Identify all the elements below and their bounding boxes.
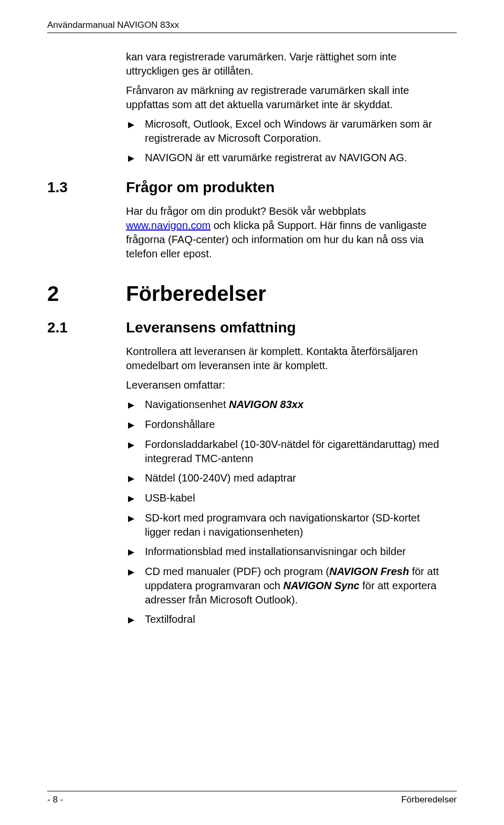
list-item: ► NAVIGON är ett varumärke registrerat a… <box>126 151 446 165</box>
section-heading-2-1: 2.1 Leveransens omfattning <box>47 319 457 336</box>
bullet-text: USB-kabel <box>145 491 446 506</box>
bullet-text: Textilfodral <box>145 612 446 627</box>
chapter-heading-2: 2 Förberedelser <box>47 282 457 306</box>
section-title: Frågor om produkten <box>126 179 275 196</box>
intro-bullets: ► Microsoft, Outlook, Excel och Windows … <box>126 117 446 165</box>
page-footer: - 8 - Förberedelser <box>47 791 457 805</box>
bullet-text: Microsoft, Outlook, Excel och Windows är… <box>145 117 446 145</box>
triangle-marker-icon: ► <box>126 151 145 165</box>
page-header: Användarmanual NAVIGON 83xx <box>47 20 457 33</box>
triangle-marker-icon: ► <box>126 398 145 412</box>
bullet-text: Fordonshållare <box>145 417 446 432</box>
triangle-marker-icon: ► <box>126 417 145 432</box>
list-item: ► CD med manualer (PDF) och program (NAV… <box>126 565 446 607</box>
page-number: - 8 - <box>47 795 63 805</box>
list-item: ► USB-kabel <box>126 491 446 506</box>
section-number: 2.1 <box>47 319 126 336</box>
bullet-text: Informationsblad med installationsanvisn… <box>145 545 446 559</box>
bullet-text: Navigationsenhet NAVIGON 83xx <box>145 398 446 412</box>
list-item: ► Informationsblad med installationsanvi… <box>126 545 446 559</box>
section-1-3-paragraph: Har du frågor om din produkt? Besök vår … <box>126 204 446 261</box>
text-part: Navigationsenhet <box>145 399 229 410</box>
section-title: Leveransens omfattning <box>126 319 296 336</box>
bullet-text: Nätdel (100-240V) med adaptrar <box>145 471 446 486</box>
triangle-marker-icon: ► <box>126 117 145 145</box>
section-2-1-paragraph-2: Leveransen omfattar: <box>126 378 446 392</box>
navigon-link[interactable]: www.navigon.com <box>126 220 211 231</box>
section-2-1-paragraph-1: Kontrollera att leveransen är komplett. … <box>126 344 446 373</box>
footer-section-name: Förberedelser <box>401 795 457 805</box>
list-item: ► SD-kort med programvara och navigation… <box>126 511 446 539</box>
list-item: ► Fordonshållare <box>126 417 446 432</box>
triangle-marker-icon: ► <box>126 437 145 466</box>
text-part: CD med manualer (PDF) och program ( <box>145 566 329 577</box>
triangle-marker-icon: ► <box>126 565 145 607</box>
triangle-marker-icon: ► <box>126 511 145 539</box>
product-name: NAVIGON 83xx <box>229 399 303 410</box>
list-item: ► Microsoft, Outlook, Excel och Windows … <box>126 117 446 145</box>
list-item: ► Navigationsenhet NAVIGON 83xx <box>126 398 446 412</box>
page: Användarmanual NAVIGON 83xx kan vara reg… <box>0 0 504 825</box>
section-heading-1-3: 1.3 Frågor om produkten <box>47 179 457 196</box>
bullet-text: CD med manualer (PDF) och program (NAVIG… <box>145 565 446 607</box>
bullet-text: SD-kort med programvara och navigationsk… <box>145 511 446 539</box>
triangle-marker-icon: ► <box>126 491 145 506</box>
triangle-marker-icon: ► <box>126 545 145 559</box>
triangle-marker-icon: ► <box>126 471 145 486</box>
text-before-link: Har du frågor om din produkt? Besök vår … <box>126 205 366 217</box>
content: kan vara registrerade varumärken. Varje … <box>47 50 457 775</box>
product-name: NAVIGON Fresh <box>329 566 409 577</box>
list-item: ► Nätdel (100-240V) med adaptrar <box>126 471 446 486</box>
list-item: ► Fordonsladdarkabel (10-30V-nätdel för … <box>126 437 446 466</box>
intro-paragraph-2: Frånvaron av märkning av registrerade va… <box>126 83 446 112</box>
bullet-text: Fordonsladdarkabel (10-30V-nätdel för ci… <box>145 437 446 466</box>
bullet-text: NAVIGON är ett varumärke registrerat av … <box>145 151 446 165</box>
list-item: ► Textilfodral <box>126 612 446 627</box>
chapter-title: Förberedelser <box>126 282 266 306</box>
triangle-marker-icon: ► <box>126 612 145 627</box>
chapter-number: 2 <box>47 282 126 306</box>
product-name: NAVIGON Sync <box>284 580 360 591</box>
intro-paragraph-1: kan vara registrerade varumärken. Varje … <box>126 50 446 78</box>
section-number: 1.3 <box>47 179 126 196</box>
delivery-bullets: ► Navigationsenhet NAVIGON 83xx ► Fordon… <box>126 398 446 627</box>
header-title: Användarmanual NAVIGON 83xx <box>47 20 179 30</box>
